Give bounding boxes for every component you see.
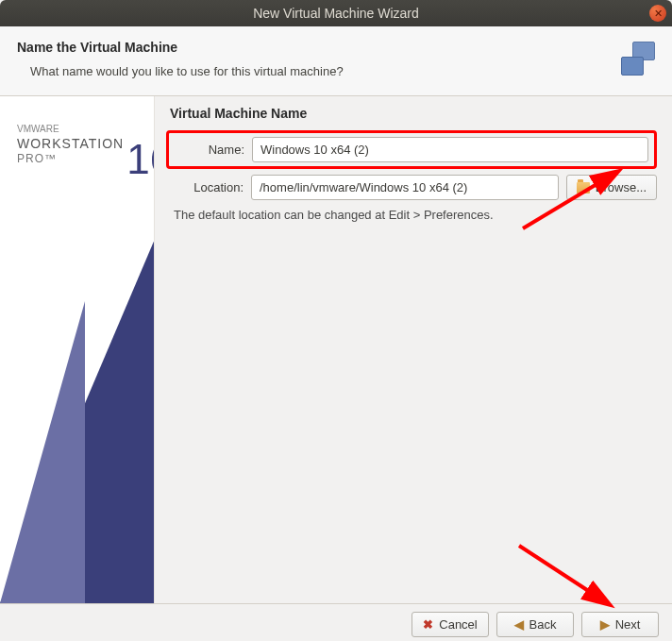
folder-icon (577, 182, 590, 194)
close-icon: ✕ (654, 8, 663, 20)
next-label: Next (615, 617, 641, 632)
name-label: Name: (171, 143, 244, 157)
annotation-arrow-browse (513, 162, 646, 238)
back-label: Back (529, 617, 557, 632)
vm-icon (621, 40, 655, 76)
next-icon: ▶ (600, 617, 610, 632)
logo-product: WORKSTATION (17, 135, 124, 152)
vmware-logo: VMWARE WORKSTATION PRO™ 16 (17, 123, 124, 167)
name-field[interactable] (252, 137, 648, 162)
sidebar: VMWARE WORKSTATION PRO™ 16 (0, 96, 155, 603)
page-subtitle: What name would you like to use for this… (30, 64, 344, 78)
wizard-footer: ✖ Cancel ◀ Back ▶ Next (0, 603, 672, 641)
location-label: Location: (170, 180, 244, 194)
section-title: Virtual Machine Name (170, 106, 657, 121)
cancel-button[interactable]: ✖ Cancel (412, 612, 489, 637)
browse-button[interactable]: Browse... (566, 175, 657, 200)
window-title: New Virtual Machine Wizard (253, 6, 419, 21)
window-close-button[interactable]: ✕ (649, 5, 666, 22)
content-area: VMWARE WORKSTATION PRO™ 16 Virtual Machi… (0, 96, 672, 603)
logo-brand: VMWARE (17, 123, 124, 135)
logo-tier: PRO™ (17, 152, 124, 167)
location-field[interactable] (251, 175, 559, 200)
location-hint: The default location can be changed at E… (174, 208, 657, 222)
next-button[interactable]: ▶ Next (581, 612, 659, 637)
cancel-label: Cancel (439, 617, 477, 632)
logo-version: 16 (126, 132, 155, 186)
cancel-icon: ✖ (423, 617, 433, 632)
back-button[interactable]: ◀ Back (496, 612, 574, 637)
back-icon: ◀ (514, 617, 524, 632)
browse-label: Browse... (596, 180, 647, 194)
title-bar: New Virtual Machine Wizard ✕ (0, 0, 672, 26)
name-row-highlight: Name: (166, 130, 657, 169)
main-panel: Virtual Machine Name Name: Location: Bro… (155, 96, 672, 603)
page-title: Name the Virtual Machine (17, 40, 344, 55)
wizard-header: Name the Virtual Machine What name would… (0, 26, 672, 96)
